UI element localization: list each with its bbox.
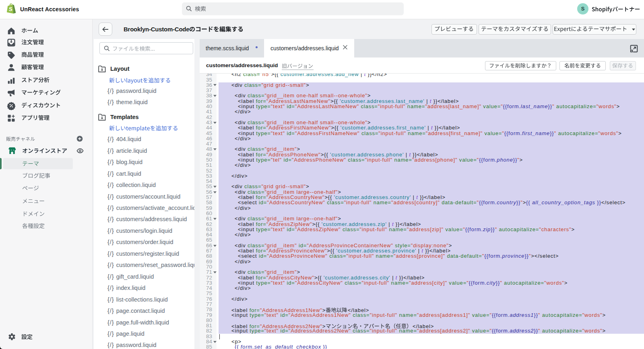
svg-text:S: S [8, 6, 12, 12]
